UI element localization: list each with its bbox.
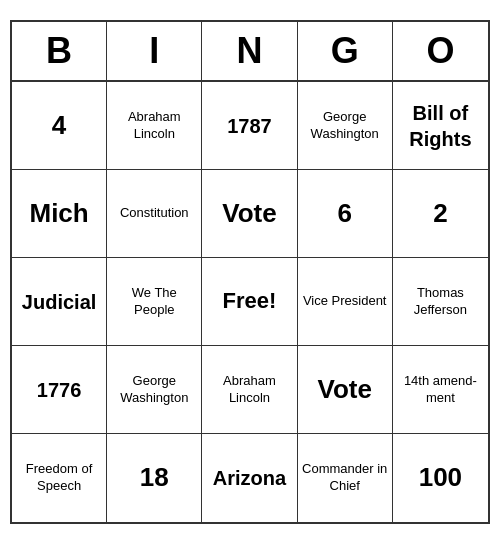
bingo-cell-16: George Washington: [107, 346, 202, 434]
bingo-cell-15: 1776: [12, 346, 107, 434]
header-letter-b: B: [12, 22, 107, 80]
bingo-cell-24: 100: [393, 434, 488, 522]
bingo-cell-11: We The People: [107, 258, 202, 346]
bingo-cell-7: Vote: [202, 170, 297, 258]
bingo-cell-10: Judicial: [12, 258, 107, 346]
bingo-cell-18: Vote: [298, 346, 393, 434]
bingo-cell-21: 18: [107, 434, 202, 522]
bingo-cell-19: 14th amend-ment: [393, 346, 488, 434]
bingo-cell-23: Commander in Chief: [298, 434, 393, 522]
header-letter-o: O: [393, 22, 488, 80]
bingo-cell-2: 1787: [202, 82, 297, 170]
bingo-cell-14: Thomas Jefferson: [393, 258, 488, 346]
bingo-cell-4: Bill of Rights: [393, 82, 488, 170]
header-letter-n: N: [202, 22, 297, 80]
bingo-cell-0: 4: [12, 82, 107, 170]
bingo-header: BINGO: [12, 22, 488, 82]
bingo-cell-3: George Washington: [298, 82, 393, 170]
bingo-cell-20: Freedom of Speech: [12, 434, 107, 522]
bingo-cell-17: Abraham Lincoln: [202, 346, 297, 434]
bingo-cell-8: 6: [298, 170, 393, 258]
bingo-cell-22: Arizona: [202, 434, 297, 522]
bingo-cell-5: Mich: [12, 170, 107, 258]
header-letter-i: I: [107, 22, 202, 80]
bingo-cell-12: Free!: [202, 258, 297, 346]
bingo-cell-13: Vice President: [298, 258, 393, 346]
bingo-card: BINGO 4Abraham Lincoln1787George Washing…: [10, 20, 490, 524]
bingo-cell-9: 2: [393, 170, 488, 258]
header-letter-g: G: [298, 22, 393, 80]
bingo-grid: 4Abraham Lincoln1787George WashingtonBil…: [12, 82, 488, 522]
bingo-cell-6: Constitution: [107, 170, 202, 258]
bingo-cell-1: Abraham Lincoln: [107, 82, 202, 170]
